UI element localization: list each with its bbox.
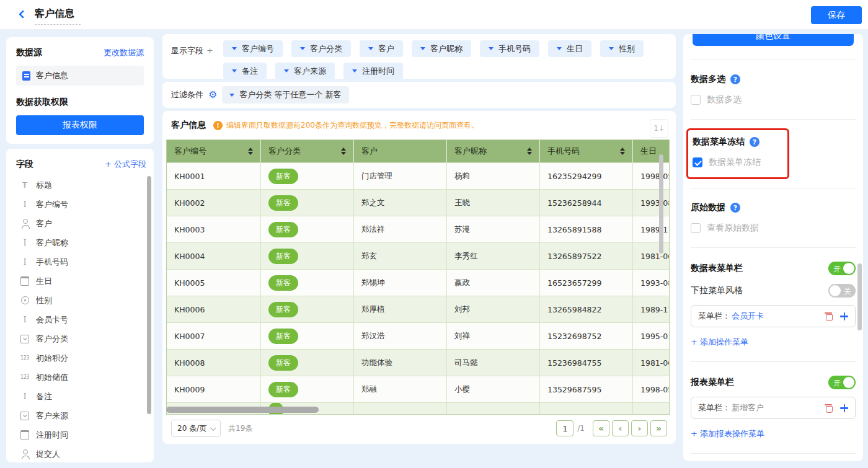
display-field-tag[interactable]: 客户昵称 xyxy=(412,40,471,57)
help-icon[interactable] xyxy=(730,203,740,213)
column-header-id[interactable]: 客户编号 xyxy=(167,140,261,162)
sidebar-field[interactable]: 客户分类 xyxy=(16,329,146,348)
table-row[interactable]: KH0006新客郑厚植刘邦132659848221989-11 xyxy=(167,296,670,322)
table-menu-toggle[interactable]: 开 xyxy=(828,262,856,275)
delete-icon[interactable] xyxy=(825,312,832,320)
sidebar-field[interactable]: 生日 xyxy=(16,272,146,291)
column-header-phone[interactable]: 手机号码 xyxy=(540,140,633,162)
multi-select-checkbox-row[interactable]: 数据多选 xyxy=(691,94,856,105)
report-permission-button[interactable]: 报表权限 xyxy=(16,115,144,135)
delete-icon[interactable] xyxy=(825,404,832,412)
filter-condition-tag[interactable]: 客户分类 等于任意一个 新客 xyxy=(222,86,348,104)
help-icon[interactable] xyxy=(730,74,740,84)
move-icon[interactable] xyxy=(840,312,848,320)
datasource-item[interactable]: 客户信息 xyxy=(16,66,144,86)
column-header-birthday[interactable]: 生日 xyxy=(633,140,670,162)
menu-item-value[interactable]: 会员开卡 xyxy=(732,311,764,322)
sidebar-field[interactable]: 初始积分 xyxy=(16,348,146,368)
sidebar-field[interactable]: 初始储值 xyxy=(16,368,146,387)
last-page-button[interactable]: » xyxy=(650,420,667,436)
dropdown-style-toggle[interactable]: 关 xyxy=(828,284,856,298)
next-page-button[interactable]: › xyxy=(631,420,648,436)
sidebar-field[interactable]: 客户 xyxy=(16,214,146,233)
table-vertical-scrollbar[interactable] xyxy=(659,154,663,254)
display-field-tag[interactable]: 备注 xyxy=(223,63,267,79)
add-report-menu-link[interactable]: + 添加报表操作菜单 xyxy=(691,428,856,439)
page-number-input[interactable]: 1 xyxy=(556,420,574,436)
table-menu-item[interactable]: 菜单栏： 会员开卡 xyxy=(691,305,856,327)
table-row[interactable]: KH0005新客郑锡坤嬴政165236572991993-08 xyxy=(167,269,670,296)
cell-customer: 郑法祥 xyxy=(354,216,447,242)
menu-item-label: 菜单栏： xyxy=(698,402,730,413)
display-field-tag[interactable]: 生日 xyxy=(548,40,591,57)
add-action-menu-link[interactable]: + 添加操作菜单 xyxy=(691,337,856,348)
display-field-tag-label: 客户分类 xyxy=(310,43,342,55)
sort-icon[interactable] xyxy=(527,148,532,156)
panel-scrollbar[interactable] xyxy=(857,263,862,330)
back-icon[interactable] xyxy=(19,10,27,19)
raw-data-checkbox-row[interactable]: 查看原始数据 xyxy=(691,223,856,234)
report-menu-toggle[interactable]: 开 xyxy=(828,376,856,389)
text-icon xyxy=(20,238,30,248)
sort-icon[interactable] xyxy=(341,148,346,156)
prev-page-button[interactable]: ‹ xyxy=(612,420,629,436)
sidebar-field[interactable]: 客户昵称 xyxy=(16,233,146,252)
caret-down-icon xyxy=(352,69,357,73)
display-field-tag-label: 客户 xyxy=(378,43,394,55)
table-row[interactable]: KH0001新客门店管理杨莉162352942991998-05 xyxy=(167,162,670,189)
freeze-checkbox[interactable] xyxy=(693,157,702,167)
display-field-tag[interactable]: 性别 xyxy=(600,40,644,57)
column-header-category[interactable]: 客户分类 xyxy=(261,140,354,162)
display-field-tag[interactable]: 客户来源 xyxy=(275,63,335,79)
table-row[interactable]: KH0007新客郑汉浩刘禅152326987521995-01 xyxy=(167,322,670,349)
formula-field-link[interactable]: + 公式字段 xyxy=(105,159,146,170)
sidebar-field[interactable]: 客户编号 xyxy=(16,195,146,214)
sidebar-field[interactable]: 性别 xyxy=(16,291,146,310)
change-datasource-link[interactable]: 更改数据源 xyxy=(104,47,144,58)
sort-icon[interactable] xyxy=(620,148,625,156)
fields-scrollbar[interactable] xyxy=(147,176,151,414)
column-header-label: 客户编号 xyxy=(174,146,206,157)
add-display-field-button[interactable]: + xyxy=(206,46,213,55)
sidebar-field[interactable]: 会员卡号 xyxy=(16,310,146,329)
page-size-select[interactable]: 20 条/页 xyxy=(171,420,221,437)
sidebar-field[interactable]: 提交人 xyxy=(16,444,146,462)
sidebar-field[interactable]: 注册时间 xyxy=(16,425,146,444)
caret-down-icon xyxy=(420,47,425,50)
table-row[interactable]: KH0003新客郑法祥苏漫132658915881989-11 xyxy=(167,216,670,242)
document-icon xyxy=(22,71,30,81)
sidebar-field[interactable]: 标题 xyxy=(16,175,146,195)
caret-down-icon xyxy=(557,47,562,50)
raw-data-checkbox[interactable] xyxy=(691,223,701,233)
table-row[interactable]: KH0004新客郑玄李秀红132658975221981-06 xyxy=(167,242,670,269)
save-button[interactable]: 保存 xyxy=(811,6,862,24)
table-row[interactable]: KH0009新客郑融小樱135296875951998-05 xyxy=(167,376,670,402)
color-settings-button[interactable]: 颜色设置 xyxy=(693,34,854,46)
column-header-customer[interactable]: 客户 xyxy=(354,140,447,162)
move-icon[interactable] xyxy=(840,404,848,412)
gear-icon[interactable]: ⚙ xyxy=(208,90,217,100)
column-header-label: 手机号码 xyxy=(547,146,580,157)
freeze-checkbox-row[interactable]: 数据菜单冻结 xyxy=(693,157,774,168)
cell-id: KH0004 xyxy=(167,243,261,269)
sort-icon[interactable] xyxy=(248,148,253,156)
help-icon[interactable] xyxy=(750,137,760,147)
column-header-nickname[interactable]: 客户昵称 xyxy=(447,140,540,162)
first-page-button[interactable]: « xyxy=(593,420,609,436)
display-field-tag[interactable]: 客户 xyxy=(360,40,403,57)
display-field-tag[interactable]: 注册时间 xyxy=(343,63,403,79)
table-horizontal-scrollbar[interactable] xyxy=(166,407,319,413)
column-header-label: 客户 xyxy=(361,146,378,157)
row-sort-icon[interactable] xyxy=(650,119,668,138)
display-field-tag[interactable]: 客户分类 xyxy=(291,40,351,57)
sidebar-field[interactable]: 手机号码 xyxy=(16,252,146,272)
report-menu-item[interactable]: 菜单栏： 新增客户 xyxy=(691,397,856,419)
sidebar-field[interactable]: 备注 xyxy=(16,387,146,406)
multi-select-checkbox[interactable] xyxy=(691,95,701,105)
display-field-tag[interactable]: 手机号码 xyxy=(480,40,539,57)
sidebar-field[interactable]: 客户来源 xyxy=(16,406,146,425)
display-field-tag[interactable]: 客户编号 xyxy=(223,40,283,57)
table-row[interactable]: KH0008新客功能体验司马懿152369847551981-06 xyxy=(167,349,670,376)
table-row[interactable]: KH0002新客郑之文王晓152362589441993-08 xyxy=(167,189,670,216)
select-icon xyxy=(20,334,30,344)
